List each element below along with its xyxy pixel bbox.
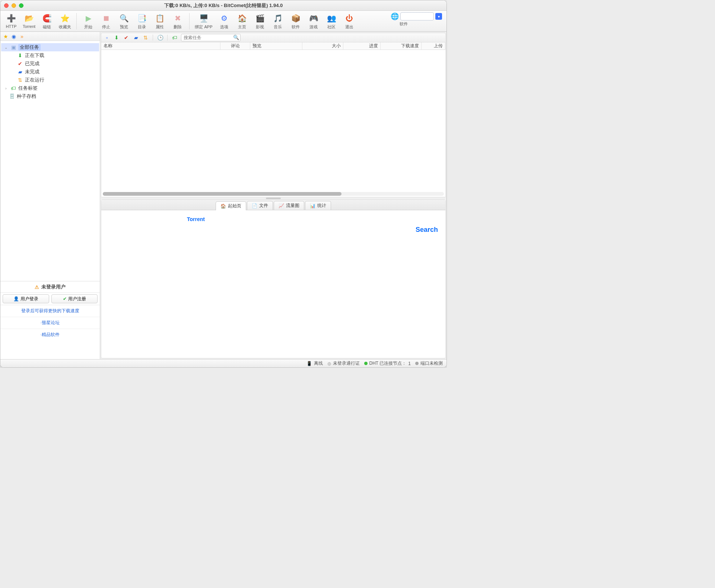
tree-all-tasks[interactable]: ⌄ ▣ 全部任务: [1, 43, 99, 51]
delete-button[interactable]: ✖删除: [170, 12, 185, 31]
chevron-down-icon[interactable]: ⌄: [3, 45, 9, 49]
task-search-wrap: 🔍: [181, 34, 241, 41]
status-dht[interactable]: DHT 已连接节点：1: [364, 360, 411, 367]
user-panel: ⚠ 未登录用户 👤用户登录 ✔用户注册 登录后可获得更快的下载速度 ·彗星论坛 …: [0, 281, 100, 359]
login-button[interactable]: 👤用户登录: [3, 294, 49, 303]
user-link-forum[interactable]: ·彗星论坛: [0, 317, 100, 329]
horizontal-scrollbar[interactable]: [103, 192, 444, 196]
minimize-icon[interactable]: [12, 3, 16, 8]
software-label: 软件: [400, 21, 408, 27]
software-button[interactable]: 📦软件: [288, 12, 304, 31]
tab-stats[interactable]: 📊统计: [305, 201, 331, 210]
globe-icon[interactable]: 🌐: [391, 12, 399, 20]
col-comment[interactable]: 评论: [220, 42, 250, 49]
status-passport[interactable]: ◍未登录通行证: [327, 360, 360, 367]
search-icon[interactable]: 🔍: [233, 35, 239, 40]
flag-icon[interactable]: ▰: [133, 34, 139, 41]
task-toolbar: ▫ ⬇ ✔ ▰ ⇅ 🕒 🏷 🔍: [101, 33, 446, 42]
chart-icon: 📈: [279, 203, 284, 208]
status-offline[interactable]: 📱离线: [306, 360, 323, 367]
register-button[interactable]: ✔用户注册: [51, 294, 98, 303]
game-button[interactable]: 🎮游戏: [306, 12, 321, 31]
globe-tab-icon[interactable]: ◉: [11, 33, 17, 39]
zoom-icon[interactable]: [19, 3, 23, 8]
torrent-button[interactable]: 📂Torrent: [21, 12, 37, 29]
dot-gray-icon: [415, 362, 419, 365]
titlebar: 下载:0 KB/s, 上传:0 KB/s - BitComet(比特彗星) 1.…: [0, 0, 447, 11]
toolbar-search-input[interactable]: [400, 12, 434, 20]
options-button[interactable]: ⚙选项: [216, 12, 232, 31]
user-link-speed[interactable]: 登录后可获得更快的下载速度: [0, 305, 100, 317]
music-button[interactable]: 🎵音乐: [270, 12, 286, 31]
tab-traffic[interactable]: 📈流量图: [274, 201, 304, 210]
col-size[interactable]: 大小: [302, 42, 343, 49]
clock-icon[interactable]: 🕒: [157, 34, 163, 41]
task-list[interactable]: [101, 50, 446, 197]
col-preview[interactable]: 预览: [250, 42, 302, 49]
download-icon[interactable]: ⬇: [113, 34, 120, 41]
tree-completed[interactable]: ✔ 已完成: [1, 60, 99, 68]
close-icon[interactable]: [4, 3, 9, 8]
bottom-content: Torrent Search: [101, 210, 445, 358]
http-button[interactable]: ➕HTTP: [3, 12, 19, 29]
preview-button[interactable]: 🔍预览: [116, 12, 132, 31]
statusbar: 📱离线 ◍未登录通行证 DHT 已连接节点：1 端口未检测: [0, 359, 447, 367]
tag-filter-icon[interactable]: 🏷: [171, 34, 178, 41]
start-button[interactable]: ▶开始: [80, 12, 96, 31]
stop-button[interactable]: ⏹停止: [98, 12, 114, 31]
tree-incomplete[interactable]: ▰ 未完成: [1, 68, 99, 76]
toolbar-search-dropdown-icon[interactable]: ▾: [435, 13, 442, 20]
check-icon[interactable]: ✔: [123, 34, 130, 41]
tree-tags[interactable]: › 🏷 任务标签: [1, 84, 99, 92]
right-pane: ▫ ⬇ ✔ ▰ ⇅ 🕒 🏷 🔍 名称 评论 预览 大小 进度: [100, 32, 447, 359]
search-heading[interactable]: Search: [416, 226, 438, 234]
main-toolbar: ➕HTTP 📂Torrent 🧲磁链 ⭐收藏夹 ▶开始 ⏹停止 🔍预览 📑目录 …: [0, 11, 447, 32]
community-button[interactable]: 👥社区: [324, 12, 339, 31]
body-area: ★ ◉ » ⌄ ▣ 全部任务 ⬇ 正在下载 ✔ 已完成: [0, 32, 447, 359]
col-dlspeed[interactable]: 下载速度: [381, 42, 422, 49]
magnet-button[interactable]: 🧲磁链: [39, 12, 55, 31]
chevron-right-icon[interactable]: ›: [3, 86, 9, 90]
separator: [167, 35, 168, 41]
exit-button[interactable]: ⏻退出: [341, 12, 357, 31]
stats-icon: 📊: [310, 203, 315, 208]
updown-icon[interactable]: ⇅: [142, 34, 149, 41]
bind-app-button[interactable]: 🖥️绑定 APP: [193, 12, 214, 31]
status-port[interactable]: 端口未检测: [415, 360, 443, 367]
toolbar-separator: [76, 13, 77, 29]
download-icon: ⬇: [17, 52, 23, 58]
task-search-input[interactable]: [181, 34, 241, 41]
phone-icon: 📱: [306, 361, 312, 366]
tree-running[interactable]: ⇅ 正在运行: [1, 76, 99, 84]
home-icon: 🏠: [220, 204, 226, 209]
scrollbar-thumb[interactable]: [103, 192, 341, 196]
user-icon: 👤: [13, 296, 19, 301]
tab-files[interactable]: 📄文件: [247, 201, 273, 210]
col-progress[interactable]: 进度: [343, 42, 381, 49]
tree-seed-archive[interactable]: 🗄 种子存档: [1, 92, 99, 100]
check-icon: ✔: [17, 61, 23, 67]
favorites-tab-icon[interactable]: ★: [3, 33, 9, 39]
new-task-icon[interactable]: ▫: [104, 34, 110, 41]
home-button[interactable]: 🏠主页: [234, 12, 250, 31]
tab-start-page[interactable]: 🏠起始页: [216, 201, 246, 210]
task-columns-header: 名称 评论 预览 大小 进度 下载速度 上传: [101, 42, 446, 50]
col-name[interactable]: 名称: [101, 42, 220, 49]
rss-tab-icon[interactable]: »: [19, 33, 25, 39]
tree-downloading[interactable]: ⬇ 正在下载: [1, 51, 99, 60]
bottom-tabs: 🏠起始页 📄文件 📈流量图 📊统计: [101, 200, 445, 210]
user-panel-header: ⚠ 未登录用户: [0, 281, 100, 293]
left-tabs: ★ ◉ »: [0, 32, 100, 41]
col-ulspeed[interactable]: 上传: [422, 42, 445, 49]
list-button[interactable]: 📑目录: [134, 12, 150, 31]
separator: [153, 35, 153, 41]
folder-icon: ▣: [10, 44, 17, 50]
toolbar-search-area: 🌐 ▾ 软件: [391, 12, 442, 27]
properties-button[interactable]: 📋属性: [152, 12, 168, 31]
favorites-button[interactable]: ⭐收藏夹: [57, 12, 73, 31]
video-button[interactable]: 🎬影视: [252, 12, 268, 31]
torrent-heading: Torrent: [187, 216, 438, 222]
check-circle-icon: ✔: [63, 296, 67, 301]
user-link-software[interactable]: ·精品软件: [0, 329, 100, 341]
archive-icon: 🗄: [9, 93, 15, 99]
